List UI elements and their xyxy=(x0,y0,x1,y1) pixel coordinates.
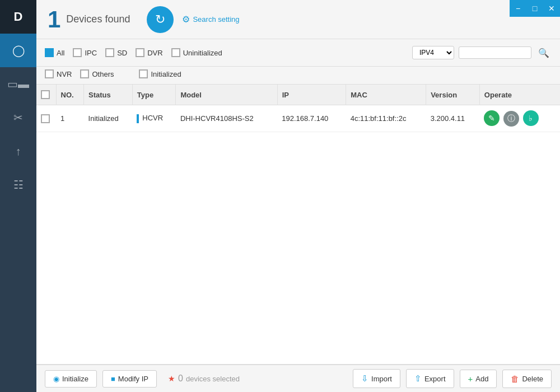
main-content: 1 Devices found ↻ ⚙ Search setting − □ ✕… xyxy=(36,0,560,392)
export-button[interactable]: ⇧ Export xyxy=(406,369,454,388)
all-label: All xyxy=(57,49,64,57)
cell-operate: ✎ ⓘ ♭ xyxy=(479,105,560,132)
search-button[interactable]: 🔍 xyxy=(536,45,552,60)
selected-info: ★ 0 devices selected xyxy=(168,374,240,384)
sidebar-item-camera[interactable]: ▭▬ xyxy=(0,67,36,101)
modify-ip-icon: ■ xyxy=(111,375,115,383)
all-checkbox[interactable] xyxy=(45,48,54,57)
initialized-label: Initialized xyxy=(151,70,181,78)
search-setting-link[interactable]: ⚙ Search setting xyxy=(182,14,239,25)
filter-initialized[interactable]: Initialized xyxy=(139,69,181,78)
cell-status: Initialized xyxy=(84,105,133,132)
shield-icon: ◉ xyxy=(53,375,59,383)
device-table-body: 1 Initialized HCVR DHI-HCVR4108HS-S2 192… xyxy=(36,105,560,132)
filter-right: IPV4 IPV6 🔍 xyxy=(412,45,552,60)
dvr-checkbox[interactable] xyxy=(136,48,144,57)
refresh-button[interactable]: ↻ xyxy=(147,6,174,33)
search-icon: 🔍 xyxy=(538,48,549,58)
sidebar-item-upgrade[interactable]: ↑ xyxy=(0,134,36,168)
initialize-button[interactable]: ◉ Initialize xyxy=(45,370,97,388)
th-select-all[interactable] xyxy=(36,85,56,105)
th-operate: Operate xyxy=(479,85,560,105)
type-bar xyxy=(137,114,139,123)
selected-count: 0 xyxy=(178,374,183,384)
titlebar: 1 Devices found ↻ ⚙ Search setting − □ ✕ xyxy=(36,0,560,39)
device-table: NO. Status Type Model IP MAC Version Ope… xyxy=(36,85,560,132)
th-no: NO. xyxy=(56,85,84,105)
row-checkbox-cell xyxy=(36,105,56,132)
close-button[interactable]: ✕ xyxy=(543,0,560,17)
initialized-checkbox[interactable] xyxy=(139,69,148,78)
others-checkbox[interactable] xyxy=(80,69,89,78)
filter-sd[interactable]: SD xyxy=(105,48,127,57)
cell-model: DHI-HCVR4108HS-S2 xyxy=(176,105,277,132)
window-controls: − □ ✕ xyxy=(510,0,560,17)
modify-ip-label: Modify IP xyxy=(118,375,148,383)
import-button[interactable]: ⇩ Import xyxy=(353,369,400,388)
web-button[interactable]: ♭ xyxy=(523,110,539,126)
edit-button[interactable]: ✎ xyxy=(484,110,500,126)
sidebar-item-search[interactable]: ◯ xyxy=(0,34,36,67)
delete-icon: 🗑 xyxy=(511,374,519,384)
nvr-label: NVR xyxy=(57,70,72,78)
filter-uninitialized[interactable]: Uninitialized xyxy=(171,48,222,57)
import-label: Import xyxy=(371,375,392,383)
uninitialized-checkbox[interactable] xyxy=(171,48,180,57)
th-ip: IP xyxy=(277,85,346,105)
page-title: Devices found xyxy=(66,13,130,25)
ipc-label: IPC xyxy=(85,49,97,57)
devices-selected-label: devices selected xyxy=(186,375,240,383)
device-table-container: NO. Status Type Model IP MAC Version Ope… xyxy=(36,85,560,364)
sidebar-item-log[interactable]: ☷ xyxy=(0,168,36,202)
filter-ipc[interactable]: IPC xyxy=(73,48,97,57)
modify-ip-button[interactable]: ■ Modify IP xyxy=(102,370,157,388)
row-checkbox[interactable] xyxy=(41,114,50,123)
ipc-checkbox[interactable] xyxy=(73,48,82,57)
cell-type: HCVR xyxy=(132,105,176,132)
device-count: 1 xyxy=(48,8,60,31)
th-mac: MAC xyxy=(346,85,426,105)
th-type: Type xyxy=(132,85,176,105)
th-model: Model xyxy=(176,85,277,105)
uninitialized-label: Uninitialized xyxy=(183,49,222,57)
filter-initialized-group: Initialized xyxy=(139,69,181,78)
maximize-button[interactable]: □ xyxy=(526,0,543,17)
cell-mac: 4c:11:bf:11:bf::2c xyxy=(346,105,426,132)
filter-others[interactable]: Others xyxy=(80,69,114,78)
add-label: Add xyxy=(475,375,488,383)
sd-checkbox[interactable] xyxy=(105,48,114,57)
minimize-button[interactable]: − xyxy=(510,0,526,17)
filter-group-left: All IPC SD DVR xyxy=(45,48,163,57)
th-version: Version xyxy=(426,85,480,105)
filter-group-status: Uninitialized xyxy=(171,48,222,57)
log-icon: ☷ xyxy=(13,178,24,192)
import-icon: ⇩ xyxy=(361,374,368,384)
sidebar: D ◯ ▭▬ ✂ ↑ ☷ xyxy=(0,0,36,392)
export-icon: ⇧ xyxy=(414,374,422,384)
export-label: Export xyxy=(424,375,446,383)
search-input[interactable] xyxy=(459,46,531,59)
filter-bar-row2: NVR Others Initialized xyxy=(36,67,560,85)
select-all-checkbox[interactable] xyxy=(41,90,50,99)
cell-no: 1 xyxy=(56,105,84,132)
upgrade-icon: ↑ xyxy=(16,145,21,158)
th-status: Status xyxy=(84,85,133,105)
add-button[interactable]: + Add xyxy=(460,370,497,388)
ip-version-select[interactable]: IPV4 IPV6 xyxy=(412,46,454,59)
refresh-icon: ↻ xyxy=(155,12,165,27)
filter-dvr[interactable]: DVR xyxy=(136,48,162,57)
tools-icon: ✂ xyxy=(13,111,23,124)
info-button[interactable]: ⓘ xyxy=(503,111,519,127)
camera-icon: ▭▬ xyxy=(7,77,29,91)
star-icon: ★ xyxy=(168,374,175,383)
filter-all[interactable]: All xyxy=(45,48,64,57)
filter-nvr[interactable]: NVR xyxy=(45,69,72,78)
delete-button[interactable]: 🗑 Delete xyxy=(502,370,552,388)
filter-bar: All IPC SD DVR Uninitialized xyxy=(36,39,560,67)
sidebar-item-tools[interactable]: ✂ xyxy=(0,101,36,134)
app-logo: D xyxy=(0,0,36,34)
bottom-bar: ◉ Initialize ■ Modify IP ★ 0 devices sel… xyxy=(36,364,560,392)
nvr-checkbox[interactable] xyxy=(45,69,54,78)
delete-label: Delete xyxy=(522,375,543,383)
sd-label: SD xyxy=(117,49,127,57)
